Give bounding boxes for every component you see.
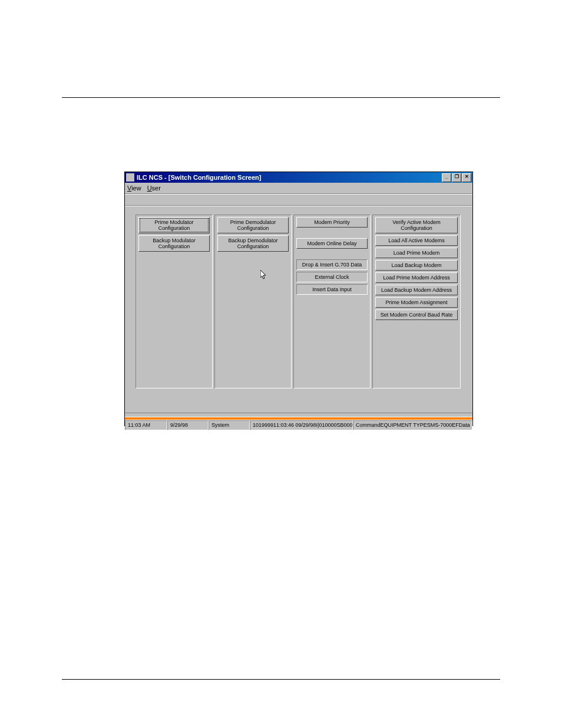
menu-bar: View User (125, 183, 472, 194)
panel-modulator: Prime Modulator Configuration Backup Mod… (135, 215, 213, 388)
status-time: 11:03 AM (125, 420, 167, 430)
set-modem-control-baud-rate-button[interactable]: Set Modem Control Baud Rate (375, 309, 457, 320)
cursor-icon (260, 270, 267, 281)
status-user: System (209, 420, 250, 430)
panel-modem-settings: Modem Priority Modem Online Delay Drop &… (293, 215, 371, 388)
status-log: 101999911:03:46 09/29/98I|010000SB00000N (250, 420, 353, 430)
backup-modulator-config-button[interactable]: Backup Modulator Configuration (138, 235, 210, 252)
panel-modem-ops: Verify Active Modem Configuration Load A… (372, 215, 461, 388)
divider-bottom (62, 679, 500, 680)
divider-top (62, 97, 500, 98)
panel-demodulator: Prime Demodulator Configuration Backup D… (214, 215, 292, 388)
load-prime-modem-address-button[interactable]: Load Prime Modem Address (375, 272, 457, 283)
modem-priority-button[interactable]: Modem Priority (296, 217, 368, 228)
modem-online-delay-button[interactable]: Modem Online Delay (296, 238, 368, 249)
load-backup-modem-address-button[interactable]: Load Backup Modem Address (375, 285, 457, 295)
app-icon (126, 173, 134, 182)
drop-insert-g703-label: Drop & Insert G.703 Data (296, 259, 368, 270)
menu-view[interactable]: View (127, 185, 141, 192)
verify-active-modem-config-button[interactable]: Verify Active Modem Configuration (375, 217, 457, 233)
menu-user[interactable]: User (147, 185, 161, 192)
app-window: ILC NCS - [Switch Configuration Screen] … (124, 172, 473, 426)
maximize-button[interactable]: ❐ (452, 173, 461, 182)
toolbar-area (125, 194, 472, 206)
prime-modem-assignment-button[interactable]: Prime Modem Assignment (375, 297, 457, 308)
prime-demodulator-config-button[interactable]: Prime Demodulator Configuration (217, 217, 289, 233)
minimize-button[interactable]: _ (442, 173, 451, 182)
load-all-active-modems-button[interactable]: Load All Active Modems (375, 235, 457, 246)
window-title: ILC NCS - [Switch Configuration Screen] (137, 174, 261, 181)
prime-modulator-config-button[interactable]: Prime Modulator Configuration (138, 217, 210, 233)
status-date: 9/29/98 (167, 420, 209, 430)
status-bar: 11:03 AM 9/29/98 System 101999911:03:46 … (125, 420, 472, 430)
close-button[interactable]: ✕ (462, 173, 471, 182)
load-backup-modem-button[interactable]: Load Backup Modem (375, 260, 457, 271)
external-clock-label: External Clock (296, 272, 368, 282)
load-prime-modem-button[interactable]: Load Prime Modem (375, 248, 457, 258)
separator-bar (125, 413, 472, 417)
status-command: CommandEQUIPMENT TYPESMS-7000EFData SMS- (353, 420, 472, 430)
client-area: Prime Modulator Configuration Backup Mod… (125, 206, 472, 413)
insert-data-input-label: Insert Data Input (296, 284, 368, 295)
title-bar: ILC NCS - [Switch Configuration Screen] … (125, 172, 472, 183)
titlebar-left: ILC NCS - [Switch Configuration Screen] (126, 173, 261, 182)
window-controls: _ ❐ ✕ (441, 173, 471, 182)
backup-demodulator-config-button[interactable]: Backup Demodulator Configuration (217, 235, 289, 252)
